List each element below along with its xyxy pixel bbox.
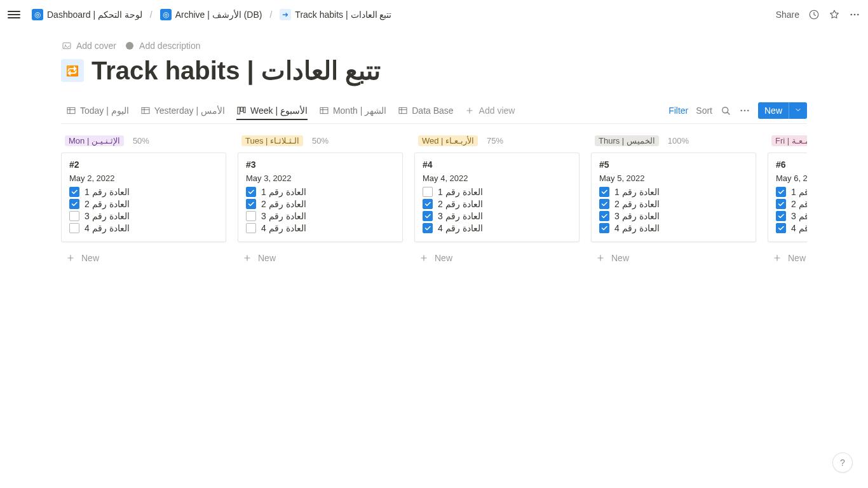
share-button[interactable]: Share	[776, 10, 799, 20]
habit-label: العادة رقم 2	[85, 199, 130, 209]
favorite-icon[interactable]	[829, 9, 840, 20]
view-tab[interactable]: Today | اليوم	[61, 102, 134, 119]
view-tab-label: Today | اليوم	[80, 105, 129, 116]
column-tag[interactable]: Wed | الأربـعـاء	[418, 135, 478, 146]
column-tag[interactable]: Thurs | الخميس	[595, 135, 659, 146]
habit-row: العادة رقم 1	[69, 187, 218, 197]
filter-button[interactable]: Filter	[668, 105, 688, 116]
habit-checkbox[interactable]	[599, 223, 609, 233]
plus-icon	[464, 105, 475, 116]
view-tab[interactable]: Yesterday | الأمس	[135, 102, 230, 119]
habit-row: العادة رقم 1	[246, 187, 395, 197]
column-tag[interactable]: Fri | الـجـمـعـة	[771, 135, 807, 146]
habit-checkbox[interactable]	[423, 211, 433, 221]
add-card-button[interactable]: New	[414, 247, 580, 269]
more-icon[interactable]	[849, 9, 860, 20]
menu-toggle[interactable]	[8, 8, 20, 21]
page-icon[interactable]: 🔁	[61, 59, 84, 82]
habit-checkbox[interactable]	[776, 211, 786, 221]
svg-rect-7	[67, 107, 75, 113]
habit-row: العادة رقم 3	[69, 211, 218, 221]
page-title[interactable]: Track habits | تتبع العادات	[92, 55, 381, 86]
plus-icon	[65, 252, 76, 264]
habit-label: العادة رقم 4	[261, 223, 306, 233]
habit-checkbox[interactable]	[423, 223, 433, 233]
view-tab[interactable]: Data Base	[393, 102, 458, 119]
habit-checkbox[interactable]	[599, 187, 609, 197]
habit-checkbox[interactable]	[69, 187, 79, 197]
habit-checkbox[interactable]	[246, 223, 256, 233]
habit-label: العادة رقم 3	[85, 211, 130, 221]
add-card-button[interactable]: New	[591, 247, 756, 269]
habit-checkbox[interactable]	[423, 199, 433, 209]
breadcrumb-icon: ◎	[32, 9, 43, 20]
habit-checkbox[interactable]	[423, 187, 433, 197]
habit-row: العادة رقم 1	[776, 187, 807, 197]
breadcrumb-item[interactable]: ◎Archive | الأرشف (DB)	[156, 8, 266, 22]
add-view-label: Add view	[479, 105, 515, 116]
add-card-button[interactable]: New	[768, 247, 807, 269]
habit-label: العادة رقم 3	[261, 211, 306, 221]
board-icon	[236, 105, 247, 116]
svg-rect-12	[320, 107, 328, 113]
card-date: May 4, 2022	[423, 173, 571, 183]
habit-checkbox[interactable]	[776, 199, 786, 209]
habit-checkbox[interactable]	[776, 223, 786, 233]
board-column: Fri | الـجـمـعـة100%#6May 6, 2022العادة …	[768, 135, 807, 269]
column-percentage: 50%	[312, 136, 329, 146]
breadcrumb-item[interactable]: ➜Track habits | تتبع العادات	[276, 8, 395, 22]
view-tab-label: Week | الأسبوع	[250, 105, 308, 116]
habit-checkbox[interactable]	[246, 187, 256, 197]
card-title: #6	[776, 159, 807, 170]
habit-label: العادة رقم 1	[791, 187, 807, 197]
card-title: #4	[423, 159, 571, 170]
breadcrumb-item[interactable]: ◎Dashboard | لوحة التحكم	[28, 8, 146, 22]
table-icon	[66, 105, 76, 116]
add-description-label: Add description	[139, 41, 201, 51]
plus-icon	[771, 252, 783, 264]
habit-checkbox[interactable]	[599, 211, 609, 221]
board-card[interactable]: #3May 3, 2022العادة رقم 1العادة رقم 2الع…	[238, 152, 403, 242]
add-view-button[interactable]: Add view	[459, 101, 520, 120]
habit-checkbox[interactable]	[69, 223, 79, 233]
habit-checkbox[interactable]	[246, 199, 256, 209]
habit-checkbox[interactable]	[69, 211, 79, 221]
add-card-button[interactable]: New	[61, 247, 226, 269]
new-button[interactable]: New	[758, 102, 807, 119]
new-button-dropdown[interactable]	[789, 102, 807, 119]
image-icon	[61, 40, 72, 51]
card-title: #3	[246, 159, 395, 170]
svg-point-6	[126, 42, 133, 50]
board-card[interactable]: #5May 5, 2022العادة رقم 1العادة رقم 2الع…	[591, 152, 756, 242]
view-tab[interactable]: Month | الشهر	[314, 102, 391, 119]
habit-label: العادة رقم 2	[614, 199, 660, 209]
habit-label: العادة رقم 1	[614, 187, 660, 197]
add-card-button[interactable]: New	[238, 247, 403, 269]
search-icon[interactable]	[720, 105, 731, 116]
column-tag[interactable]: Mon | الإثـنـيـن	[65, 135, 124, 146]
habit-checkbox[interactable]	[69, 199, 79, 209]
board-card[interactable]: #2May 2, 2022العادة رقم 1العادة رقم 2الع…	[61, 152, 226, 242]
updates-icon[interactable]	[808, 9, 820, 20]
table-icon	[140, 105, 151, 116]
view-options-icon[interactable]	[739, 105, 750, 116]
column-tag[interactable]: Tues | الـثـلاثـاء	[241, 135, 303, 146]
add-cover-button[interactable]: Add cover	[61, 40, 116, 51]
board-card[interactable]: #6May 6, 2022العادة رقم 1العادة رقم 2الع…	[768, 152, 807, 242]
svg-rect-10	[241, 107, 243, 111]
info-icon	[124, 40, 135, 51]
add-description-button[interactable]: Add description	[124, 40, 201, 51]
svg-rect-9	[238, 107, 240, 114]
svg-rect-8	[142, 107, 149, 113]
view-tab[interactable]: Week | الأسبوع	[231, 102, 313, 119]
card-date: May 3, 2022	[246, 173, 395, 183]
habit-checkbox[interactable]	[599, 199, 609, 209]
habit-label: العادة رقم 4	[85, 223, 130, 233]
top-actions: Share	[776, 9, 860, 20]
sort-button[interactable]: Sort	[696, 105, 712, 116]
new-button-label: New	[758, 102, 789, 119]
board-card[interactable]: #4May 4, 2022العادة رقم 1العادة رقم 2الع…	[414, 152, 580, 242]
add-card-label: New	[435, 253, 452, 263]
habit-checkbox[interactable]	[776, 187, 786, 197]
habit-checkbox[interactable]	[246, 211, 256, 221]
